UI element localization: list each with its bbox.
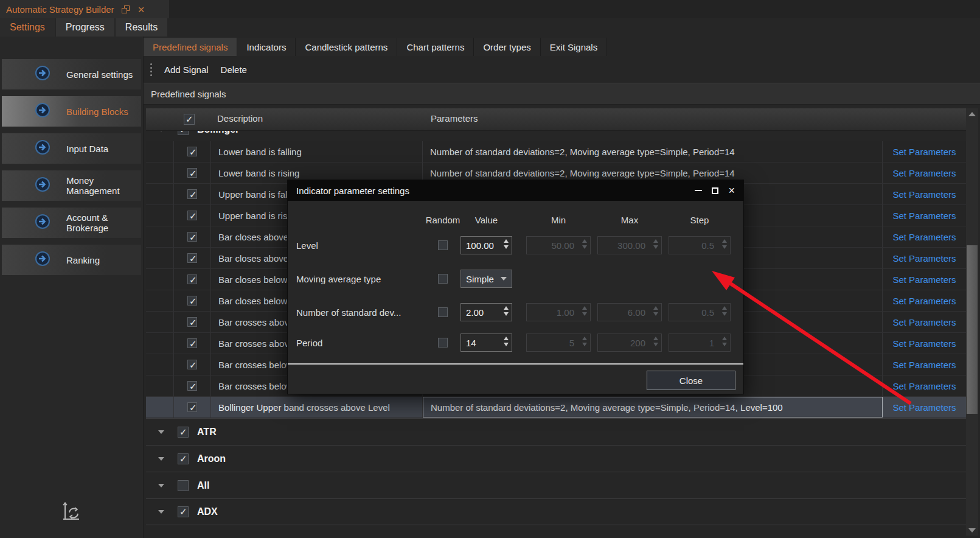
spin-up-icon[interactable] [504,239,509,243]
spin-down-icon[interactable] [504,245,509,249]
row-checkbox-cell [173,397,211,417]
moving-average-type-dropdown[interactable]: Simple [460,270,512,288]
set-parameters-link[interactable]: Set Parameters [892,360,956,370]
add-signal-button[interactable]: Add Signal [164,65,209,75]
row-checkbox[interactable] [187,296,197,306]
group-expander-icon[interactable] [158,457,164,461]
set-parameters-link[interactable]: Set Parameters [892,274,956,285]
row-checkbox[interactable] [187,253,197,263]
row-checkbox[interactable] [187,317,197,327]
row-checkbox[interactable] [187,168,197,178]
dialog-minimize-icon[interactable] [695,190,702,191]
window-title-tab[interactable]: Automatic Strategy Builder × [0,0,169,18]
row-checkbox-cell [173,290,211,311]
random-checkbox[interactable] [438,240,448,250]
row-checkbox[interactable] [187,232,197,242]
spinner-arrows [582,239,587,249]
scroll-thumb[interactable] [967,245,978,414]
dialog-maximize-icon[interactable] [712,187,718,194]
spin-up-icon [582,306,587,310]
min-cell: 50.00 [526,235,591,256]
restore-icon[interactable] [122,5,130,13]
scroll-down-icon[interactable] [966,525,978,536]
dialog-close-icon[interactable]: × [728,185,735,196]
set-parameters-link[interactable]: Set Parameters [892,211,956,221]
spin-down-icon[interactable] [504,343,509,346]
group-checkbox[interactable] [178,453,189,464]
row-checkbox[interactable] [187,274,197,284]
group-checkbox[interactable] [178,506,189,517]
group-expander-icon[interactable] [158,131,164,131]
spin-up-icon[interactable] [504,306,509,310]
set-parameters-link[interactable]: Set Parameters [892,189,956,200]
set-parameters-link[interactable]: Set Parameters [892,381,956,391]
table-row[interactable]: Bollinger Upper band crosses above Level… [146,397,966,418]
group-expander-icon[interactable] [158,510,164,514]
set-parameters-link[interactable]: Set Parameters [892,338,956,349]
sidebar-item-general-settings[interactable]: General settings [2,59,141,89]
content-tab-indicators[interactable]: Indicators [237,38,296,56]
spin-down-icon[interactable] [504,312,509,316]
row-indent [146,141,173,162]
content-tab-exit-signals[interactable]: Exit Signals [541,38,607,56]
spinner-arrows [582,306,587,316]
sidebar-item-money-management[interactable]: Money Management [2,170,141,201]
random-checkbox[interactable] [438,307,448,317]
random-checkbox[interactable] [438,274,448,284]
row-checkbox[interactable] [187,147,197,156]
row-checkbox[interactable] [187,402,197,412]
random-checkbox[interactable] [438,338,448,348]
sidebar-item-ranking[interactable]: Ranking [2,245,141,275]
sidebar-item-building-blocks[interactable]: Building Blocks [2,96,141,127]
group-checkbox[interactable] [178,131,189,135]
content-tab-predefined-signals[interactable]: Predefined signals [144,38,237,56]
dialog-title-bar[interactable]: Indicator parameter settings × [288,180,743,201]
set-parameters-link[interactable]: Set Parameters [892,253,956,264]
delete-button[interactable]: Delete [221,65,247,75]
window-tab-settings[interactable]: Settings [0,18,55,37]
group-expander-icon[interactable] [158,484,164,487]
vertical-scrollbar[interactable] [966,108,978,536]
group-row-aroon[interactable]: Aroon [146,445,966,472]
group-row-adx[interactable]: ADX [146,498,966,525]
group-checkbox[interactable] [178,427,189,438]
content-tab-chart-patterns[interactable]: Chart patterns [397,38,474,56]
group-row-all[interactable]: All [146,472,966,498]
row-checkbox[interactable] [187,211,197,220]
content-tab-candlestick-patterns[interactable]: Candlestick patterns [296,38,397,56]
set-parameters-link[interactable]: Set Parameters [892,296,956,306]
value-spinbox[interactable]: 2.00 [460,303,512,321]
value-spinbox[interactable]: 14 [460,334,512,352]
window-tab-progress[interactable]: Progress [56,18,114,37]
set-parameters-link[interactable]: Set Parameters [892,402,956,413]
content-tab-order-types[interactable]: Order types [474,38,540,56]
refresh-icon[interactable] [60,500,82,525]
row-checkbox[interactable] [187,338,197,348]
set-parameters-link[interactable]: Set Parameters [892,168,956,178]
sidebar-item-label: General settings [66,69,133,80]
row-checkbox[interactable] [187,381,197,391]
value-spinbox[interactable]: 100.00 [460,236,512,254]
row-checkbox[interactable] [187,360,197,369]
group-checkbox[interactable] [178,480,189,491]
sidebar-item-account-brokerage[interactable]: Account & Brokerage [2,208,141,238]
spin-up-icon[interactable] [504,337,509,340]
group-label: Aroon [197,453,226,464]
window-close-icon[interactable]: × [138,4,145,15]
table-row[interactable]: Lower band is fallingNumber of standard … [146,141,966,162]
group-row-atr[interactable]: ATR [146,418,966,445]
close-button[interactable]: Close [647,371,735,390]
set-parameters-link[interactable]: Set Parameters [892,317,956,327]
set-parameters-link[interactable]: Set Parameters [892,232,956,242]
group-row-bollinger-partial[interactable]: Bollinger [146,131,966,141]
select-all-checkbox[interactable] [184,114,195,125]
window-tab-results[interactable]: Results [116,18,167,37]
row-checkbox[interactable] [187,189,197,199]
value-cell: 14 [460,332,512,353]
group-expander-icon[interactable] [158,430,164,434]
toolbar-grip[interactable] [150,63,152,76]
scroll-up-icon[interactable] [966,108,978,119]
set-parameters-cell: Set Parameters [883,333,966,354]
sidebar-item-input-data[interactable]: Input Data [2,133,141,164]
set-parameters-link[interactable]: Set Parameters [892,147,956,157]
